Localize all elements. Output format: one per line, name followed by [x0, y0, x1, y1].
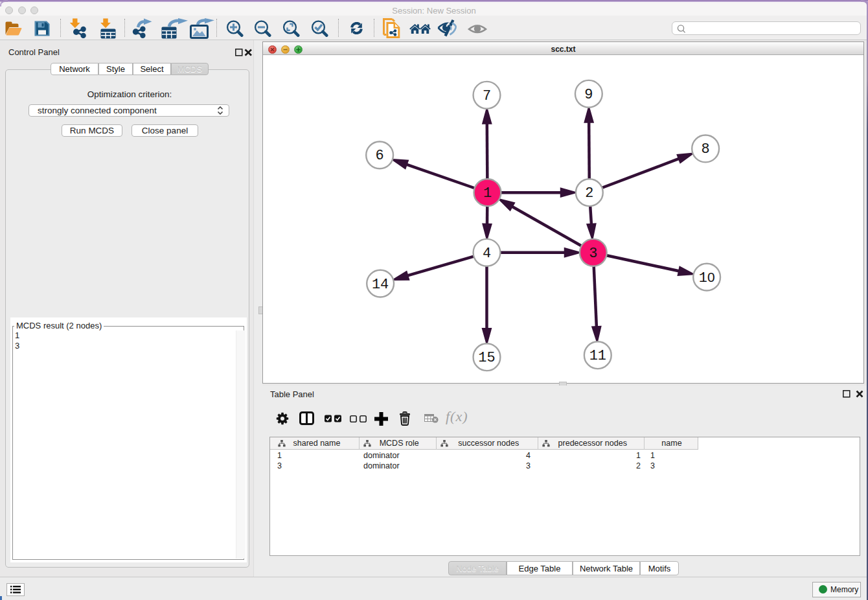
- svg-text:6: 6: [376, 148, 384, 164]
- svg-text:4: 4: [483, 246, 491, 262]
- svg-text:2: 2: [585, 185, 593, 202]
- svg-text:11: 11: [589, 348, 606, 364]
- svg-text:14: 14: [372, 277, 389, 293]
- svg-text:15: 15: [478, 350, 495, 366]
- svg-text:8: 8: [702, 141, 710, 157]
- svg-text:9: 9: [584, 87, 593, 103]
- svg-text:10: 10: [699, 270, 715, 286]
- svg-text:7: 7: [483, 88, 491, 104]
- svg-text:3: 3: [589, 246, 597, 262]
- svg-text:1: 1: [483, 185, 492, 202]
